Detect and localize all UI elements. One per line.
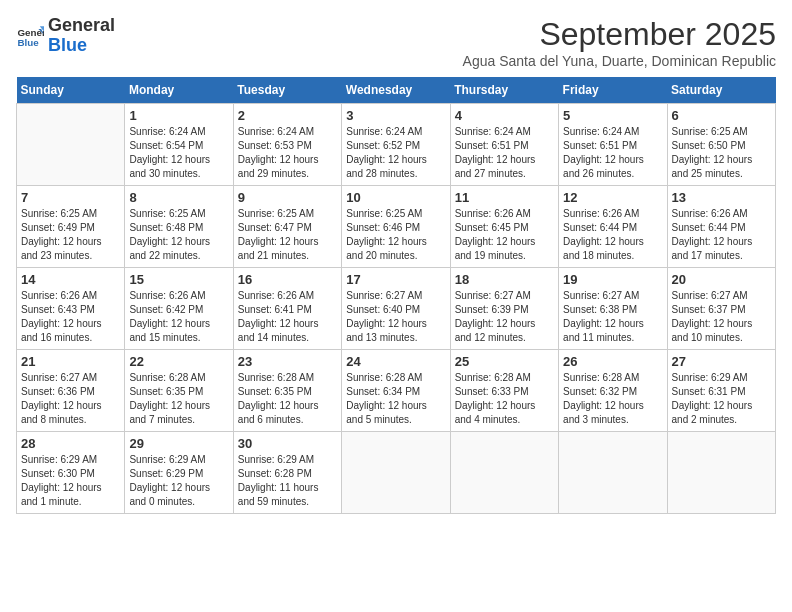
cell-info: Sunrise: 6:28 AM Sunset: 6:32 PM Dayligh… xyxy=(563,371,662,427)
cell-info: Sunrise: 6:29 AM Sunset: 6:30 PM Dayligh… xyxy=(21,453,120,509)
col-saturday: Saturday xyxy=(667,77,775,104)
calendar-week-4: 21Sunrise: 6:27 AM Sunset: 6:36 PM Dayli… xyxy=(17,350,776,432)
calendar-cell: 28Sunrise: 6:29 AM Sunset: 6:30 PM Dayli… xyxy=(17,432,125,514)
calendar-cell: 3Sunrise: 6:24 AM Sunset: 6:52 PM Daylig… xyxy=(342,104,450,186)
calendar-cell: 2Sunrise: 6:24 AM Sunset: 6:53 PM Daylig… xyxy=(233,104,341,186)
cell-info: Sunrise: 6:28 AM Sunset: 6:33 PM Dayligh… xyxy=(455,371,554,427)
calendar-cell: 18Sunrise: 6:27 AM Sunset: 6:39 PM Dayli… xyxy=(450,268,558,350)
calendar-week-5: 28Sunrise: 6:29 AM Sunset: 6:30 PM Dayli… xyxy=(17,432,776,514)
cell-info: Sunrise: 6:26 AM Sunset: 6:43 PM Dayligh… xyxy=(21,289,120,345)
calendar-cell xyxy=(17,104,125,186)
calendar-cell: 24Sunrise: 6:28 AM Sunset: 6:34 PM Dayli… xyxy=(342,350,450,432)
col-tuesday: Tuesday xyxy=(233,77,341,104)
day-number: 15 xyxy=(129,272,228,287)
cell-info: Sunrise: 6:25 AM Sunset: 6:50 PM Dayligh… xyxy=(672,125,771,181)
logo-icon: General Blue xyxy=(16,22,44,50)
cell-info: Sunrise: 6:24 AM Sunset: 6:54 PM Dayligh… xyxy=(129,125,228,181)
logo-text: General Blue xyxy=(48,16,115,56)
cell-info: Sunrise: 6:25 AM Sunset: 6:49 PM Dayligh… xyxy=(21,207,120,263)
calendar-cell: 23Sunrise: 6:28 AM Sunset: 6:35 PM Dayli… xyxy=(233,350,341,432)
calendar-week-1: 1Sunrise: 6:24 AM Sunset: 6:54 PM Daylig… xyxy=(17,104,776,186)
calendar-cell: 5Sunrise: 6:24 AM Sunset: 6:51 PM Daylig… xyxy=(559,104,667,186)
day-number: 5 xyxy=(563,108,662,123)
day-number: 8 xyxy=(129,190,228,205)
svg-text:Blue: Blue xyxy=(17,37,39,48)
day-number: 14 xyxy=(21,272,120,287)
day-number: 23 xyxy=(238,354,337,369)
cell-info: Sunrise: 6:26 AM Sunset: 6:41 PM Dayligh… xyxy=(238,289,337,345)
col-monday: Monday xyxy=(125,77,233,104)
title-block: September 2025 Agua Santa del Yuna, Duar… xyxy=(463,16,776,69)
calendar-header: Sunday Monday Tuesday Wednesday Thursday… xyxy=(17,77,776,104)
cell-info: Sunrise: 6:28 AM Sunset: 6:35 PM Dayligh… xyxy=(238,371,337,427)
calendar-cell xyxy=(450,432,558,514)
col-wednesday: Wednesday xyxy=(342,77,450,104)
logo-blue: Blue xyxy=(48,35,87,55)
day-number: 10 xyxy=(346,190,445,205)
day-number: 26 xyxy=(563,354,662,369)
day-number: 19 xyxy=(563,272,662,287)
cell-info: Sunrise: 6:25 AM Sunset: 6:48 PM Dayligh… xyxy=(129,207,228,263)
calendar-cell: 14Sunrise: 6:26 AM Sunset: 6:43 PM Dayli… xyxy=(17,268,125,350)
cell-info: Sunrise: 6:24 AM Sunset: 6:51 PM Dayligh… xyxy=(563,125,662,181)
cell-info: Sunrise: 6:27 AM Sunset: 6:37 PM Dayligh… xyxy=(672,289,771,345)
cell-info: Sunrise: 6:27 AM Sunset: 6:36 PM Dayligh… xyxy=(21,371,120,427)
calendar-cell: 25Sunrise: 6:28 AM Sunset: 6:33 PM Dayli… xyxy=(450,350,558,432)
calendar-cell: 7Sunrise: 6:25 AM Sunset: 6:49 PM Daylig… xyxy=(17,186,125,268)
calendar-cell: 9Sunrise: 6:25 AM Sunset: 6:47 PM Daylig… xyxy=(233,186,341,268)
col-thursday: Thursday xyxy=(450,77,558,104)
cell-info: Sunrise: 6:27 AM Sunset: 6:40 PM Dayligh… xyxy=(346,289,445,345)
day-number: 22 xyxy=(129,354,228,369)
calendar-cell: 11Sunrise: 6:26 AM Sunset: 6:45 PM Dayli… xyxy=(450,186,558,268)
calendar-cell: 29Sunrise: 6:29 AM Sunset: 6:29 PM Dayli… xyxy=(125,432,233,514)
day-number: 25 xyxy=(455,354,554,369)
day-number: 30 xyxy=(238,436,337,451)
day-number: 24 xyxy=(346,354,445,369)
cell-info: Sunrise: 6:24 AM Sunset: 6:53 PM Dayligh… xyxy=(238,125,337,181)
cell-info: Sunrise: 6:24 AM Sunset: 6:52 PM Dayligh… xyxy=(346,125,445,181)
day-number: 2 xyxy=(238,108,337,123)
day-number: 20 xyxy=(672,272,771,287)
calendar-table: Sunday Monday Tuesday Wednesday Thursday… xyxy=(16,77,776,514)
calendar-body: 1Sunrise: 6:24 AM Sunset: 6:54 PM Daylig… xyxy=(17,104,776,514)
calendar-cell: 19Sunrise: 6:27 AM Sunset: 6:38 PM Dayli… xyxy=(559,268,667,350)
day-number: 17 xyxy=(346,272,445,287)
cell-info: Sunrise: 6:26 AM Sunset: 6:44 PM Dayligh… xyxy=(563,207,662,263)
calendar-cell: 17Sunrise: 6:27 AM Sunset: 6:40 PM Dayli… xyxy=(342,268,450,350)
calendar-cell: 21Sunrise: 6:27 AM Sunset: 6:36 PM Dayli… xyxy=(17,350,125,432)
calendar-cell: 22Sunrise: 6:28 AM Sunset: 6:35 PM Dayli… xyxy=(125,350,233,432)
day-number: 6 xyxy=(672,108,771,123)
cell-info: Sunrise: 6:26 AM Sunset: 6:45 PM Dayligh… xyxy=(455,207,554,263)
calendar-cell: 6Sunrise: 6:25 AM Sunset: 6:50 PM Daylig… xyxy=(667,104,775,186)
day-number: 11 xyxy=(455,190,554,205)
calendar-cell xyxy=(559,432,667,514)
day-number: 3 xyxy=(346,108,445,123)
cell-info: Sunrise: 6:27 AM Sunset: 6:38 PM Dayligh… xyxy=(563,289,662,345)
calendar-cell: 20Sunrise: 6:27 AM Sunset: 6:37 PM Dayli… xyxy=(667,268,775,350)
day-number: 4 xyxy=(455,108,554,123)
cell-info: Sunrise: 6:28 AM Sunset: 6:34 PM Dayligh… xyxy=(346,371,445,427)
page-header: General Blue General Blue September 2025… xyxy=(16,16,776,69)
cell-info: Sunrise: 6:27 AM Sunset: 6:39 PM Dayligh… xyxy=(455,289,554,345)
calendar-cell xyxy=(667,432,775,514)
calendar-week-3: 14Sunrise: 6:26 AM Sunset: 6:43 PM Dayli… xyxy=(17,268,776,350)
calendar-cell: 4Sunrise: 6:24 AM Sunset: 6:51 PM Daylig… xyxy=(450,104,558,186)
cell-info: Sunrise: 6:24 AM Sunset: 6:51 PM Dayligh… xyxy=(455,125,554,181)
calendar-cell: 12Sunrise: 6:26 AM Sunset: 6:44 PM Dayli… xyxy=(559,186,667,268)
month-title: September 2025 xyxy=(463,16,776,53)
calendar-cell: 16Sunrise: 6:26 AM Sunset: 6:41 PM Dayli… xyxy=(233,268,341,350)
day-number: 9 xyxy=(238,190,337,205)
col-friday: Friday xyxy=(559,77,667,104)
day-number: 12 xyxy=(563,190,662,205)
cell-info: Sunrise: 6:26 AM Sunset: 6:44 PM Dayligh… xyxy=(672,207,771,263)
cell-info: Sunrise: 6:29 AM Sunset: 6:31 PM Dayligh… xyxy=(672,371,771,427)
calendar-week-2: 7Sunrise: 6:25 AM Sunset: 6:49 PM Daylig… xyxy=(17,186,776,268)
day-number: 18 xyxy=(455,272,554,287)
calendar-cell: 1Sunrise: 6:24 AM Sunset: 6:54 PM Daylig… xyxy=(125,104,233,186)
calendar-cell xyxy=(342,432,450,514)
day-number: 13 xyxy=(672,190,771,205)
day-number: 7 xyxy=(21,190,120,205)
cell-info: Sunrise: 6:29 AM Sunset: 6:28 PM Dayligh… xyxy=(238,453,337,509)
calendar-cell: 26Sunrise: 6:28 AM Sunset: 6:32 PM Dayli… xyxy=(559,350,667,432)
calendar-cell: 10Sunrise: 6:25 AM Sunset: 6:46 PM Dayli… xyxy=(342,186,450,268)
